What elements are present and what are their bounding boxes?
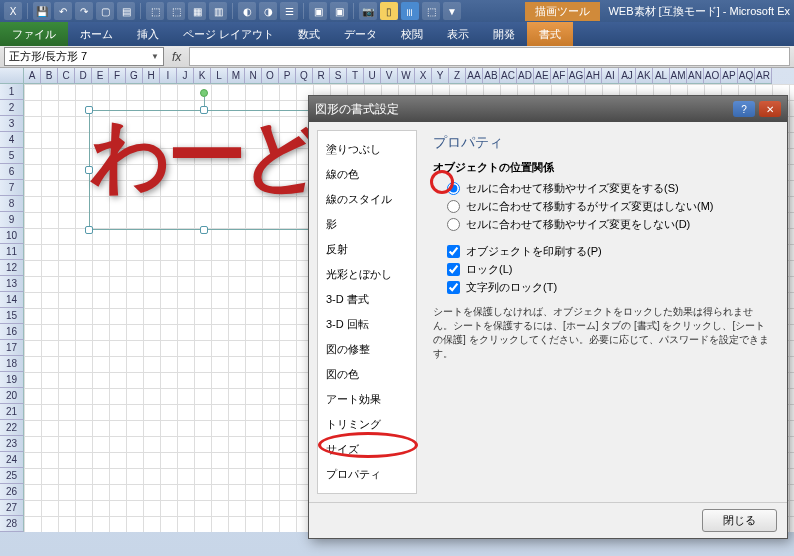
qat-undo-icon[interactable]: ↶ — [54, 2, 72, 20]
checkbox-option[interactable]: 文字列のロック(T) — [447, 280, 771, 295]
column-header[interactable]: P — [279, 68, 296, 84]
qat-btn[interactable]: ☰ — [280, 2, 298, 20]
checkbox-input[interactable] — [447, 263, 460, 276]
row-header[interactable]: 9 — [0, 212, 24, 228]
column-header[interactable]: AC — [500, 68, 517, 84]
row-header[interactable]: 10 — [0, 228, 24, 244]
radio-option[interactable]: セルに合わせて移動やサイズ変更をする(S) — [447, 181, 771, 196]
help-button[interactable]: ? — [733, 101, 755, 117]
qat-btn[interactable]: ⬚ — [167, 2, 185, 20]
dialog-category-item[interactable]: 線の色 — [318, 162, 416, 187]
column-header[interactable]: AJ — [619, 68, 636, 84]
dialog-category-item[interactable]: アート効果 — [318, 387, 416, 412]
tab-insert[interactable]: 挿入 — [125, 22, 171, 46]
qat-btn[interactable]: ▢ — [96, 2, 114, 20]
row-header[interactable]: 4 — [0, 132, 24, 148]
tab-view[interactable]: 表示 — [435, 22, 481, 46]
qat-btn[interactable]: ▯ — [380, 2, 398, 20]
column-header[interactable]: H — [143, 68, 160, 84]
column-header[interactable]: A — [24, 68, 41, 84]
row-header[interactable]: 8 — [0, 196, 24, 212]
column-header[interactable]: C — [58, 68, 75, 84]
row-header[interactable]: 19 — [0, 372, 24, 388]
select-all-corner[interactable] — [0, 68, 24, 84]
radio-option[interactable]: セルに合わせて移動やサイズ変更をしない(D) — [447, 217, 771, 232]
column-header[interactable]: D — [75, 68, 92, 84]
column-header[interactable]: S — [330, 68, 347, 84]
qat-excel-icon[interactable]: X — [4, 2, 22, 20]
radio-option[interactable]: セルに合わせて移動するがサイズ変更はしない(M) — [447, 199, 771, 214]
tab-review[interactable]: 校閲 — [389, 22, 435, 46]
qat-btn[interactable]: ⬚ — [146, 2, 164, 20]
row-header[interactable]: 27 — [0, 500, 24, 516]
row-header[interactable]: 15 — [0, 308, 24, 324]
row-header[interactable]: 5 — [0, 148, 24, 164]
qat-save-icon[interactable]: 💾 — [33, 2, 51, 20]
column-header[interactable]: AK — [636, 68, 653, 84]
row-header[interactable]: 18 — [0, 356, 24, 372]
qat-btn[interactable]: ⬚ — [422, 2, 440, 20]
radio-input[interactable] — [447, 182, 460, 195]
qat-btn[interactable]: ▼ — [443, 2, 461, 20]
rotate-handle[interactable] — [200, 89, 208, 97]
row-header[interactable]: 20 — [0, 388, 24, 404]
row-header[interactable]: 7 — [0, 180, 24, 196]
column-header[interactable]: Y — [432, 68, 449, 84]
dialog-category-item[interactable]: 3-D 書式 — [318, 287, 416, 312]
column-header[interactable]: M — [228, 68, 245, 84]
qat-redo-icon[interactable]: ↷ — [75, 2, 93, 20]
radio-input[interactable] — [447, 200, 460, 213]
qat-btn[interactable]: ◐ — [238, 2, 256, 20]
column-header[interactable]: N — [245, 68, 262, 84]
tab-formulas[interactable]: 数式 — [286, 22, 332, 46]
row-header[interactable]: 28 — [0, 516, 24, 532]
column-header[interactable]: Q — [296, 68, 313, 84]
column-header[interactable]: Z — [449, 68, 466, 84]
column-header[interactable]: AF — [551, 68, 568, 84]
column-header[interactable]: R — [313, 68, 330, 84]
qat-btn[interactable]: ▣ — [330, 2, 348, 20]
dialog-category-item[interactable]: 反射 — [318, 237, 416, 262]
column-header[interactable]: AG — [568, 68, 585, 84]
tab-data[interactable]: データ — [332, 22, 389, 46]
column-header[interactable]: AM — [670, 68, 687, 84]
column-header[interactable]: AR — [755, 68, 772, 84]
row-header[interactable]: 12 — [0, 260, 24, 276]
qat-camera-icon[interactable]: 📷 — [359, 2, 377, 20]
qat-btn[interactable]: ▣ — [309, 2, 327, 20]
column-header[interactable]: O — [262, 68, 279, 84]
dialog-category-item[interactable]: 光彩とぼかし — [318, 262, 416, 287]
column-header[interactable]: K — [194, 68, 211, 84]
dialog-category-item[interactable]: トリミング — [318, 412, 416, 437]
row-header[interactable]: 6 — [0, 164, 24, 180]
name-box[interactable]: 正方形/長方形 7 ▼ — [4, 47, 164, 66]
qat-btn[interactable]: ◑ — [259, 2, 277, 20]
row-header[interactable]: 1 — [0, 84, 24, 100]
dialog-category-item[interactable]: 図の修整 — [318, 337, 416, 362]
row-header[interactable]: 26 — [0, 484, 24, 500]
column-header[interactable]: J — [177, 68, 194, 84]
column-header[interactable]: AB — [483, 68, 500, 84]
qat-columns-icon[interactable]: ⫼ — [401, 2, 419, 20]
chevron-down-icon[interactable]: ▼ — [151, 52, 159, 61]
resize-handle[interactable] — [200, 226, 208, 234]
tab-page-layout[interactable]: ページ レイアウト — [171, 22, 286, 46]
column-header[interactable]: W — [398, 68, 415, 84]
qat-btn[interactable]: ▤ — [117, 2, 135, 20]
dialog-category-item[interactable]: サイズ — [318, 437, 416, 462]
column-header[interactable]: B — [41, 68, 58, 84]
tab-developer[interactable]: 開発 — [481, 22, 527, 46]
column-header[interactable]: E — [92, 68, 109, 84]
column-header[interactable]: AI — [602, 68, 619, 84]
dialog-category-item[interactable]: 図の色 — [318, 362, 416, 387]
dialog-titlebar[interactable]: 図形の書式設定 ? ✕ — [309, 96, 787, 122]
column-header[interactable]: AP — [721, 68, 738, 84]
column-header[interactable]: AE — [534, 68, 551, 84]
row-header[interactable]: 3 — [0, 116, 24, 132]
dialog-category-item[interactable]: プロパティ — [318, 462, 416, 487]
row-header[interactable]: 16 — [0, 324, 24, 340]
dialog-category-item[interactable]: 3-D 回転 — [318, 312, 416, 337]
column-header[interactable]: X — [415, 68, 432, 84]
radio-input[interactable] — [447, 218, 460, 231]
column-header[interactable]: AH — [585, 68, 602, 84]
